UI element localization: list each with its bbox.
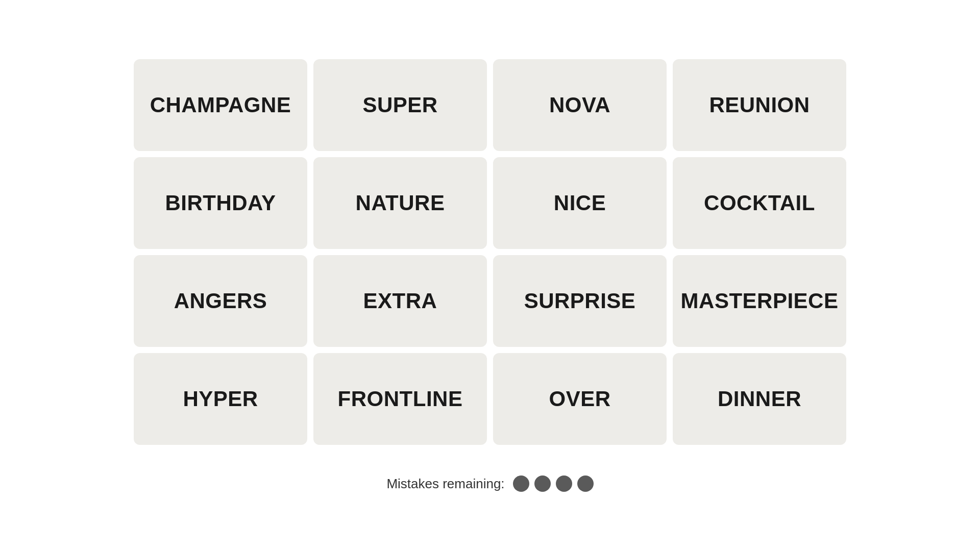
- mistakes-dots: [513, 475, 594, 492]
- grid-cell-dinner[interactable]: DINNER: [673, 353, 846, 445]
- cell-label-masterpiece: MASTERPIECE: [681, 289, 839, 313]
- mistakes-label: Mistakes remaining:: [386, 476, 504, 492]
- mistake-dot-2: [534, 475, 551, 492]
- cell-label-hyper: HYPER: [183, 387, 258, 411]
- grid-cell-birthday[interactable]: BIRTHDAY: [134, 157, 307, 249]
- cell-label-angers: ANGERS: [174, 289, 267, 313]
- cell-label-extra: EXTRA: [363, 289, 437, 313]
- grid-cell-frontline[interactable]: FRONTLINE: [313, 353, 487, 445]
- cell-label-dinner: DINNER: [718, 387, 801, 411]
- grid-cell-super[interactable]: SUPER: [313, 59, 487, 151]
- grid-cell-hyper[interactable]: HYPER: [134, 353, 307, 445]
- cell-label-nature: NATURE: [356, 191, 445, 215]
- mistake-dot-3: [556, 475, 572, 492]
- word-grid: CHAMPAGNESUPERNOVAREUNIONBIRTHDAYNATUREN…: [134, 59, 846, 445]
- cell-label-super: SUPER: [362, 93, 437, 117]
- grid-cell-reunion[interactable]: REUNION: [673, 59, 846, 151]
- mistake-dot-4: [577, 475, 594, 492]
- mistakes-section: Mistakes remaining:: [386, 475, 593, 492]
- cell-label-champagne: CHAMPAGNE: [150, 93, 291, 117]
- grid-cell-over[interactable]: OVER: [493, 353, 667, 445]
- grid-cell-surprise[interactable]: SURPRISE: [493, 255, 667, 347]
- cell-label-cocktail: COCKTAIL: [704, 191, 815, 215]
- cell-label-nova: NOVA: [549, 93, 610, 117]
- mistake-dot-1: [513, 475, 529, 492]
- cell-label-over: OVER: [549, 387, 610, 411]
- cell-label-frontline: FRONTLINE: [338, 387, 463, 411]
- grid-cell-extra[interactable]: EXTRA: [313, 255, 487, 347]
- grid-cell-masterpiece[interactable]: MASTERPIECE: [673, 255, 846, 347]
- grid-cell-nova[interactable]: NOVA: [493, 59, 667, 151]
- grid-cell-nature[interactable]: NATURE: [313, 157, 487, 249]
- cell-label-birthday: BIRTHDAY: [165, 191, 276, 215]
- grid-cell-champagne[interactable]: CHAMPAGNE: [134, 59, 307, 151]
- grid-cell-angers[interactable]: ANGERS: [134, 255, 307, 347]
- cell-label-surprise: SURPRISE: [524, 289, 636, 313]
- cell-label-reunion: REUNION: [709, 93, 810, 117]
- grid-cell-cocktail[interactable]: COCKTAIL: [673, 157, 846, 249]
- grid-cell-nice[interactable]: NICE: [493, 157, 667, 249]
- cell-label-nice: NICE: [554, 191, 606, 215]
